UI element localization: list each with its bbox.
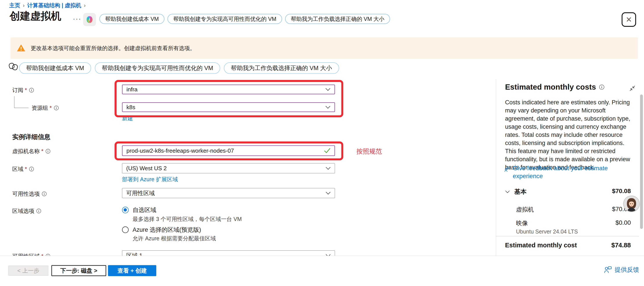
vm-name-label-text: 虚拟机名称 (12, 148, 40, 155)
zone-option1-title: 自选区域 (132, 206, 156, 214)
cost-group-label: 基本 (514, 188, 526, 196)
total-cost-label: Estimated monthly cost (505, 242, 577, 249)
cost-group-amount: $70.08 (612, 188, 631, 195)
review-create-button[interactable]: 查看 + 创建 (108, 265, 156, 276)
availability-options-label-text: 可用性选项 (12, 190, 40, 197)
warning-text: 更改基本选项可能会重置所做的选择。创建虚拟机前查看所有选项。 (31, 45, 195, 52)
feedback-icon (504, 166, 510, 173)
divider (496, 236, 639, 236)
info-icon[interactable] (46, 149, 50, 154)
cost-item-label: 映像 (516, 219, 528, 227)
suggestion-right-vm-size[interactable]: 帮助我为工作负载选择正确的 VM 大小 (285, 14, 390, 24)
region-value: (US) West US 2 (126, 165, 166, 172)
radio-selected-icon (122, 207, 128, 213)
zone-option-azure-select-radio[interactable]: Azure 选择的区域(预览版) (122, 226, 201, 234)
zone-options-label: 区域选项 (12, 207, 41, 215)
radio-unselected-icon (122, 226, 128, 233)
subscription-label: 订阅* (12, 87, 34, 94)
suggestion-low-cost-vm[interactable]: 帮助我创建低成本 VM (100, 14, 164, 24)
suggestion-right-vm-size[interactable]: 帮助我为工作负载选择正确的 VM 大小 (224, 62, 339, 74)
vm-name-value: prod-usw2-k8s-freeleaps-worker-nodes-07 (126, 147, 234, 154)
give-feedback-link[interactable]: 提供反馈 (604, 265, 639, 274)
suggestion-high-availability-vm[interactable]: 帮助我创建专为实现高可用性而优化的 VM (168, 14, 282, 24)
required-asterisk: * (41, 148, 44, 154)
region-label: 区域* (12, 165, 34, 173)
resource-group-label-text: 资源组 (32, 104, 48, 112)
footer-bar: < 上一步 下一步: 磁盘 > 查看 + 创建 提供反馈 (0, 256, 644, 286)
breadcrumb-section[interactable]: 计算基础结构 | 虚拟机 (27, 2, 81, 9)
copilot-suggestions-row: 帮助我创建低成本 VM 帮助我创建专为实现高可用性而优化的 VM 帮助我为工作负… (19, 62, 339, 74)
page-scrollbar[interactable] (640, 94, 643, 229)
estimate-feedback-text: Give feedback about your estimate experi… (513, 164, 627, 180)
subscription-select[interactable]: infra (122, 85, 335, 94)
subscription-value: infra (126, 86, 138, 93)
copilot-suggestions-top: 帮助我创建低成本 VM 帮助我创建专为实现高可用性而优化的 VM 帮助我为工作负… (100, 14, 390, 24)
suggestion-high-availability-vm[interactable]: 帮助我创建专为实现高可用性而优化的 VM (95, 62, 220, 74)
presenter-avatar[interactable] (623, 195, 640, 212)
zone-options-label-text: 区域选项 (12, 207, 34, 215)
suggestion-low-cost-vm[interactable]: 帮助我创建低成本 VM (19, 62, 91, 74)
info-icon[interactable] (29, 88, 34, 93)
availability-options-label: 可用性选项 (12, 190, 47, 197)
collapse-panel-icon[interactable] (629, 85, 636, 91)
copilot-icon (85, 15, 94, 24)
chevron-down-icon (325, 88, 330, 91)
cost-item-label: 虚拟机 (516, 206, 534, 213)
required-asterisk: * (41, 253, 44, 256)
estimate-feedback-link[interactable]: Give feedback about your estimate experi… (504, 164, 627, 180)
required-asterisk: * (50, 105, 52, 111)
more-menu-button[interactable]: ··· (73, 15, 82, 23)
estimated-costs-panel: Estimated monthly costs Costs indicated … (496, 79, 639, 256)
close-button[interactable]: ✕ (622, 12, 636, 27)
cost-disclaimer-text: Costs indicated here are estimates only.… (505, 98, 630, 172)
chevron-down-icon (326, 254, 331, 256)
zone-option2-description: 允许 Azure 根据需要分配最佳区域 (132, 235, 216, 242)
required-asterisk: * (25, 166, 27, 172)
vm-name-input[interactable]: prod-usw2-k8s-freeleaps-worker-nodes-07 (122, 145, 335, 156)
resource-group-select[interactable]: k8s (122, 102, 335, 112)
give-feedback-text: 提供反馈 (614, 265, 639, 274)
info-icon[interactable] (42, 191, 47, 196)
resource-group-label: 资源组* (32, 104, 59, 112)
availability-options-select[interactable]: 可用性区域 (122, 188, 335, 198)
breadcrumb: 主页 › 计算基础结构 | 虚拟机 › (9, 2, 86, 9)
annotation-note: 按照规范 (356, 147, 382, 156)
instance-details-section-title: 实例详细信息 (12, 133, 50, 141)
create-new-resource-group-link[interactable]: 新建 (122, 115, 133, 122)
copilot-button[interactable] (83, 13, 96, 26)
info-icon[interactable] (46, 254, 50, 256)
warning-banner: 更改基本选项可能会重置所做的选择。创建虚拟机前查看所有选项。 (10, 37, 638, 59)
total-cost-amount: $74.88 (611, 242, 631, 249)
info-icon[interactable] (599, 84, 604, 90)
cost-item-subtext: Ubuntu Server 24.04 LTS (516, 228, 578, 235)
resource-group-value: k8s (126, 104, 135, 111)
info-icon[interactable] (54, 105, 59, 111)
info-icon[interactable] (29, 166, 34, 172)
deploy-edge-zone-link[interactable]: 部署到 Azure 扩展区域 (122, 176, 178, 183)
availability-zone-select[interactable]: 区域 1 (122, 250, 335, 256)
breadcrumb-home[interactable]: 主页 (9, 2, 20, 9)
warning-icon (17, 44, 25, 52)
create-vm-page: 主页 › 计算基础结构 | 虚拟机 › 创建虚拟机 ··· 帮助我创建低成本 V… (0, 0, 644, 286)
chevron-down-icon (326, 192, 331, 195)
cost-panel-title: Estimated monthly costs (505, 83, 596, 91)
availability-zone-label: 可用性区域* (12, 253, 50, 256)
close-icon: ✕ (626, 15, 632, 24)
availability-zone-label-text: 可用性区域 (12, 253, 40, 256)
valid-check-icon (324, 148, 330, 154)
main-content: 主页 › 计算基础结构 | 虚拟机 › 创建虚拟机 ··· 帮助我创建低成本 V… (0, 0, 644, 256)
info-icon[interactable] (36, 208, 41, 213)
feedback-person-icon (604, 266, 612, 273)
subscription-label-text: 订阅 (12, 87, 23, 94)
previous-step-button[interactable]: < 上一步 (8, 265, 48, 276)
breadcrumb-separator: › (84, 3, 86, 9)
cost-group-basic[interactable]: 基本 (505, 188, 526, 196)
region-label-text: 区域 (12, 165, 23, 173)
region-select[interactable]: (US) West US 2 (122, 163, 335, 173)
chevron-down-icon (326, 167, 331, 170)
next-step-disks-button[interactable]: 下一步: 磁盘 > (51, 265, 106, 276)
zone-option-self-select-radio[interactable]: 自选区域 (122, 206, 156, 214)
cost-panel-header: Estimated monthly costs (505, 83, 604, 91)
vm-name-label: 虚拟机名称* (12, 148, 50, 155)
cost-item-amount: $0.00 (616, 219, 631, 226)
